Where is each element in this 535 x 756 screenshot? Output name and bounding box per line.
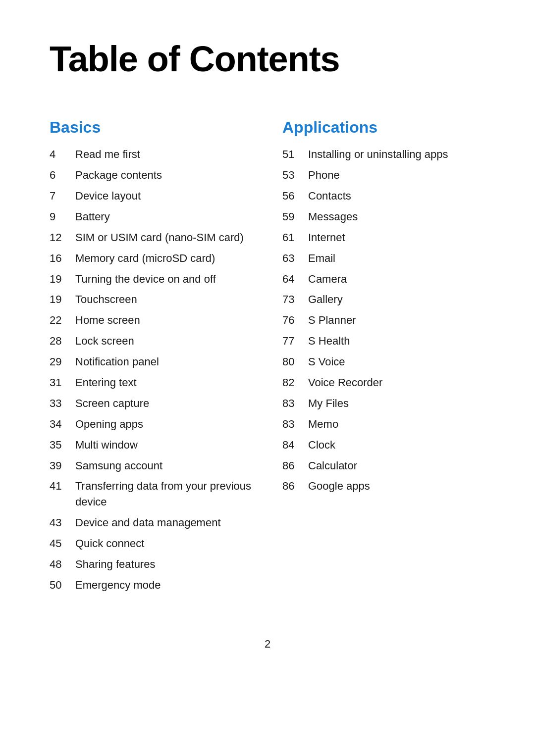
toc-page-number: 34	[50, 416, 75, 432]
toc-label: Internet	[308, 230, 345, 246]
toc-page-number: 19	[50, 292, 75, 307]
toc-page-number: 83	[282, 396, 308, 411]
toc-label: Installing or uninstalling apps	[308, 147, 448, 162]
toc-label: Notification panel	[75, 354, 159, 370]
toc-page-number: 84	[282, 437, 308, 453]
toc-page-number: 77	[282, 333, 308, 349]
toc-row: 35 Multi window	[50, 437, 253, 453]
toc-page-number: 6	[50, 167, 75, 183]
toc-row: 29 Notification panel	[50, 354, 253, 370]
toc-page-number: 51	[282, 147, 308, 162]
toc-label: Memo	[308, 416, 338, 432]
toc-label: Turning the device on and off	[75, 271, 216, 287]
toc-label: Clock	[308, 437, 335, 453]
toc-row: 86 Calculator	[282, 458, 485, 474]
toc-row: 12 SIM or USIM card (nano-SIM card)	[50, 230, 253, 246]
toc-label: My Files	[308, 396, 349, 411]
toc-label: Camera	[308, 271, 347, 287]
toc-page-number: 56	[282, 188, 308, 204]
toc-page-number: 80	[282, 354, 308, 370]
toc-label: Device layout	[75, 188, 141, 204]
toc-row: 77 S Health	[282, 333, 485, 349]
toc-row: 51 Installing or uninstalling apps	[282, 147, 485, 162]
toc-row: 53 Phone	[282, 167, 485, 183]
toc-label: Opening apps	[75, 416, 143, 432]
toc-label: Samsung account	[75, 458, 162, 474]
basics-column: Basics 4 Read me first 6 Package content…	[50, 118, 253, 598]
toc-row: 4 Read me first	[50, 147, 253, 162]
toc-label: Read me first	[75, 147, 140, 162]
applications-heading: Applications	[282, 118, 485, 137]
toc-label: S Voice	[308, 354, 345, 370]
toc-page-number: 61	[282, 230, 308, 246]
toc-row: 19 Touchscreen	[50, 292, 253, 307]
toc-label: Sharing features	[75, 556, 155, 572]
toc-row: 43 Device and data management	[50, 515, 253, 531]
toc-page-number: 63	[282, 251, 308, 266]
toc-row: 31 Entering text	[50, 375, 253, 391]
toc-row: 61 Internet	[282, 230, 485, 246]
toc-page-number: 22	[50, 312, 75, 328]
toc-page-number: 43	[50, 515, 75, 531]
toc-label: Device and data management	[75, 515, 221, 531]
toc-page-number: 29	[50, 354, 75, 370]
toc-row: 84 Clock	[282, 437, 485, 453]
basics-heading: Basics	[50, 118, 253, 137]
toc-page-number: 86	[282, 478, 308, 494]
toc-page-number: 73	[282, 292, 308, 307]
page-title: Table of Contents	[50, 40, 485, 79]
toc-label: Google apps	[308, 478, 370, 494]
toc-label: Phone	[308, 167, 340, 183]
toc-label: Contacts	[308, 188, 351, 204]
toc-label: Calculator	[308, 458, 357, 474]
toc-label: Memory card (microSD card)	[75, 251, 215, 266]
toc-row: 82 Voice Recorder	[282, 375, 485, 391]
applications-list: 51 Installing or uninstalling apps 53 Ph…	[282, 147, 485, 494]
toc-page-number: 45	[50, 536, 75, 552]
toc-page-number: 82	[282, 375, 308, 391]
toc-label: Multi window	[75, 437, 138, 453]
toc-label: SIM or USIM card (nano-SIM card)	[75, 230, 244, 246]
toc-label: Voice Recorder	[308, 375, 382, 391]
toc-label: Battery	[75, 209, 110, 225]
toc-container: Basics 4 Read me first 6 Package content…	[50, 118, 485, 598]
toc-row: 80 S Voice	[282, 354, 485, 370]
applications-column: Applications 51 Installing or uninstalli…	[282, 118, 485, 499]
toc-row: 9 Battery	[50, 209, 253, 225]
toc-page-number: 41	[50, 478, 75, 494]
toc-label: Messages	[308, 209, 358, 225]
toc-label: Screen capture	[75, 396, 149, 411]
toc-page-number: 31	[50, 375, 75, 391]
toc-page-number: 12	[50, 230, 75, 246]
toc-label: Email	[308, 251, 335, 266]
toc-page-number: 35	[50, 437, 75, 453]
toc-row: 28 Lock screen	[50, 333, 253, 349]
toc-row: 63 Email	[282, 251, 485, 266]
toc-row: 22 Home screen	[50, 312, 253, 328]
toc-row: 33 Screen capture	[50, 396, 253, 411]
toc-page-number: 9	[50, 209, 75, 225]
toc-page-number: 59	[282, 209, 308, 225]
toc-label: Home screen	[75, 312, 140, 328]
toc-label: Emergency mode	[75, 577, 160, 593]
toc-page-number: 64	[282, 271, 308, 287]
toc-label: S Planner	[308, 312, 356, 328]
toc-label: Gallery	[308, 292, 343, 307]
toc-row: 76 S Planner	[282, 312, 485, 328]
toc-page-number: 48	[50, 556, 75, 572]
toc-row: 16 Memory card (microSD card)	[50, 251, 253, 266]
toc-row: 73 Gallery	[282, 292, 485, 307]
toc-row: 83 My Files	[282, 396, 485, 411]
toc-page-number: 19	[50, 271, 75, 287]
toc-row: 59 Messages	[282, 209, 485, 225]
toc-label: Entering text	[75, 375, 137, 391]
page-footer: 2	[50, 638, 485, 651]
toc-row: 41 Transferring data from your previous …	[50, 478, 253, 510]
toc-page-number: 86	[282, 458, 308, 474]
toc-row: 83 Memo	[282, 416, 485, 432]
toc-row: 45 Quick connect	[50, 536, 253, 552]
toc-page-number: 53	[282, 167, 308, 183]
toc-row: 34 Opening apps	[50, 416, 253, 432]
toc-page-number: 33	[50, 396, 75, 411]
toc-row: 50 Emergency mode	[50, 577, 253, 593]
